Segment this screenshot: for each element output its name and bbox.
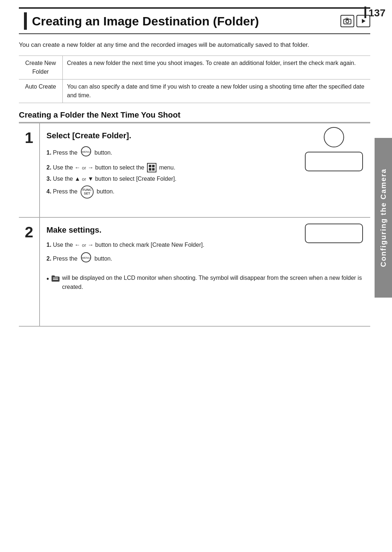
step-1-num-3: 3. bbox=[46, 176, 51, 182]
svg-rect-11 bbox=[53, 279, 58, 280]
step-2-bullet: • will be displayed on the LCD monitor w… bbox=[46, 273, 364, 292]
page-number-bar bbox=[364, 7, 366, 18]
camera-icon-box bbox=[340, 15, 354, 27]
sidebar-tab: Configuring the Camera bbox=[375, 138, 392, 298]
svg-rect-9 bbox=[52, 275, 55, 278]
step-1-num-4: 4. bbox=[46, 188, 51, 195]
step-1-content: Select [Create Folder]. 1. Press the MEN… bbox=[40, 123, 370, 217]
title-section: Creating an Image Destination (Folder) bbox=[19, 7, 370, 34]
page-container: 137 Configuring the Camera Creating an I… bbox=[0, 0, 392, 552]
table-row: Create NewFolder Creates a new folder th… bbox=[19, 56, 370, 79]
step-1-row: 1 Select [Create Folder]. 1. Press the bbox=[19, 123, 370, 218]
svg-marker-3 bbox=[362, 19, 366, 23]
step-2-num-2: 2. bbox=[46, 255, 51, 262]
table-desc-create-new: Creates a new folder the next time you s… bbox=[62, 56, 370, 79]
svg-rect-10 bbox=[53, 278, 58, 278]
step-1-num-1: 1. bbox=[46, 150, 51, 156]
bullet-folder-icon bbox=[51, 274, 60, 282]
step-2-instruction-2: 2. Press the MENU button. bbox=[46, 252, 364, 267]
sub-heading: Creating a Folder the Next Time You Shoo… bbox=[19, 110, 370, 123]
step-2-num-1: 1. bbox=[46, 242, 51, 248]
screen-rect-mockup-1 bbox=[305, 152, 363, 171]
screen-rect-mockup-2 bbox=[305, 224, 363, 243]
screen-circle-mockup bbox=[324, 127, 344, 147]
table-desc-auto-create: You can also specify a date and time if … bbox=[62, 79, 370, 103]
info-table: Create NewFolder Creates a new folder th… bbox=[19, 56, 370, 103]
table-label-auto-create: Auto Create bbox=[19, 79, 62, 103]
intro-text: You can create a new folder at any time … bbox=[19, 40, 370, 50]
table-label-create-new: Create NewFolder bbox=[19, 56, 62, 79]
setup-menu-icon bbox=[147, 163, 156, 172]
step-1-instruction-4: 4. Press the FUNCSET button. bbox=[46, 185, 364, 199]
step-1-num-2: 2. bbox=[46, 164, 51, 171]
step-1-instruction-3: 3. Use the ▲ or ▼ button to select [Crea… bbox=[46, 174, 364, 184]
menu-button-icon-2: MENU bbox=[81, 252, 91, 267]
steps-container: 1 Select [Create Folder]. 1. Press the bbox=[19, 123, 370, 327]
func-set-button-icon: FUNCSET bbox=[81, 185, 94, 199]
menu-button-icon-1: MENU bbox=[81, 146, 91, 161]
step-2-content: Make settings. 1. Use the ← or → button … bbox=[40, 218, 370, 326]
page-title: Creating an Image Destination (Folder) bbox=[32, 14, 335, 28]
step-2-mockup bbox=[305, 224, 363, 243]
title-accent-bar bbox=[24, 12, 27, 30]
sidebar-tab-text: Configuring the Camera bbox=[379, 168, 388, 267]
step-2-number: 2 bbox=[19, 218, 40, 326]
page-number-area: 137 bbox=[364, 7, 392, 18]
main-content: Creating an Image Destination (Folder) bbox=[19, 0, 370, 327]
svg-text:MENU: MENU bbox=[82, 150, 90, 154]
step-2-row: 2 Make settings. 1. Use the ← or → butto… bbox=[19, 218, 370, 327]
play-icon bbox=[360, 18, 367, 24]
svg-text:MENU: MENU bbox=[82, 256, 90, 259]
camera-icon bbox=[343, 18, 351, 24]
bullet-text: will be displayed on the LCD monitor whe… bbox=[62, 273, 364, 292]
page-number: 137 bbox=[368, 7, 392, 18]
svg-point-1 bbox=[346, 20, 349, 23]
step-1-mockups bbox=[305, 127, 363, 171]
step-1-number: 1 bbox=[19, 123, 40, 217]
bullet-dot: • bbox=[46, 273, 49, 284]
table-row: Auto Create You can also specify a date … bbox=[19, 79, 370, 103]
